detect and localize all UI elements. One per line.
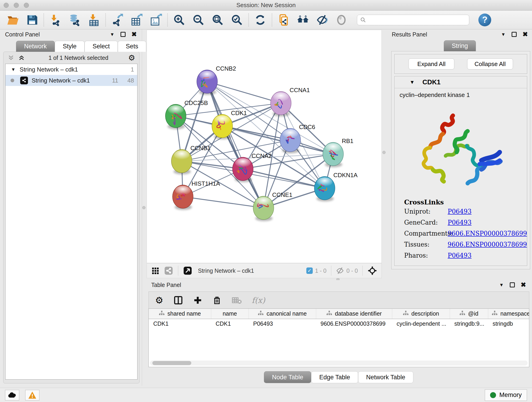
column-label: @id	[468, 310, 478, 317]
edge-CCNA2-CDKN1A[interactable]	[243, 169, 325, 188]
collapse-all-icon[interactable]	[7, 54, 14, 61]
export-table-icon[interactable]	[127, 13, 146, 27]
column-header-name[interactable]: name	[211, 309, 249, 319]
table-row[interactable]: CDK1CDK1P064939606.ENSP00000378699cyclin…	[149, 319, 529, 328]
tab-network[interactable]: Network	[16, 41, 55, 52]
warnings-button[interactable]	[25, 390, 39, 400]
network-view-canvas[interactable]: CCNB2CCNA1CDC25BCDK1CDC6RB1CCNB1CCNA2CDK…	[147, 30, 382, 263]
node-table[interactable]: shared namenamecanonical namedatabase id…	[148, 308, 529, 367]
panel-close-icon[interactable]: ✖	[132, 31, 137, 38]
import-network-database-icon[interactable]	[65, 13, 84, 27]
zoom-fit-icon[interactable]	[208, 13, 227, 27]
tab-node-table[interactable]: Node Table	[264, 371, 311, 383]
export-network-icon[interactable]	[108, 13, 127, 27]
panel-collapse-icon[interactable]: ▼	[501, 32, 506, 37]
collection-expander-icon[interactable]: ▼	[11, 67, 16, 72]
tab-edge-table[interactable]: Edge Table	[311, 371, 358, 383]
hide-selected-icon[interactable]	[312, 13, 332, 27]
table-horizontal-scrollbar[interactable]	[150, 361, 528, 366]
show-columns-icon[interactable]	[173, 295, 183, 305]
table-cell[interactable]: cyclin-dependent ...	[392, 319, 450, 328]
tab-network-table[interactable]: Network Table	[358, 371, 413, 383]
network-view-icon[interactable]	[164, 266, 173, 275]
expand-all-button[interactable]: Expand All	[409, 58, 454, 70]
node-CDK1[interactable]: CDK1	[212, 109, 247, 139]
panel-close-icon[interactable]: ✖	[521, 282, 526, 288]
node-CDKN1A[interactable]: CDKN1A	[314, 172, 358, 201]
string-home-icon[interactable]	[293, 13, 312, 27]
node-CCNB1[interactable]: CCNB1	[171, 145, 210, 174]
zoom-in-icon[interactable]	[170, 13, 189, 27]
panel-collapse-icon[interactable]: ▼	[110, 32, 114, 37]
zoom-out-icon[interactable]	[189, 13, 208, 27]
gear-icon[interactable]: ⚙	[128, 53, 135, 62]
string-network-graph[interactable]: CCNB2CCNA1CDC25BCDK1CDC6RB1CCNB1CCNA2CDK…	[147, 30, 381, 263]
panel-collapse-icon[interactable]: ▼	[499, 282, 504, 288]
cloud-status-button[interactable]	[5, 390, 19, 400]
crosslinks-section: CrossLinks Uniprot:P06493GeneCard:P06493…	[394, 197, 527, 259]
table-cell[interactable]: stringdb:9...	[450, 319, 488, 328]
table-cell[interactable]: stringdb	[488, 319, 529, 328]
crosslink-link[interactable]: P06493	[448, 219, 472, 226]
node-RB1[interactable]: RB1	[323, 138, 354, 167]
scrollbar-handle[interactable]	[152, 361, 191, 365]
edge-HIST1H1A-CCNE1[interactable]	[183, 197, 264, 208]
clone-network-icon[interactable]	[274, 13, 293, 27]
node-CDC6[interactable]: CDC6	[280, 123, 315, 153]
crosslink-link[interactable]: P06493	[448, 252, 472, 259]
add-column-icon[interactable]	[193, 296, 202, 305]
table-cell[interactable]: P06493	[249, 319, 316, 328]
save-session-icon[interactable]	[22, 13, 42, 27]
selected-checkbox-icon[interactable]: ✓	[306, 268, 313, 274]
table-cell[interactable]: CDK1	[149, 319, 211, 328]
export-image-icon[interactable]	[146, 13, 165, 27]
node-CCNE1[interactable]: CCNE1	[253, 191, 292, 221]
edge-CCNB2-CCNA1[interactable]	[207, 82, 281, 103]
apply-layout-icon[interactable]	[251, 13, 270, 27]
expand-all-icon[interactable]	[18, 54, 25, 61]
gene-card-expander-icon[interactable]: ▼	[410, 79, 415, 85]
panel-float-icon[interactable]	[510, 282, 515, 287]
table-cell[interactable]: CDK1	[211, 319, 249, 328]
birds-eye-view-icon[interactable]	[183, 266, 192, 275]
collapse-all-button[interactable]: Collapse All	[467, 58, 513, 70]
tab-string[interactable]: String	[444, 40, 476, 51]
grid-view-icon[interactable]	[152, 267, 160, 275]
right-splitter-handle[interactable]	[382, 151, 386, 154]
column-header-namespace[interactable]: namespace	[488, 309, 529, 319]
crosslink-link[interactable]: 9606.ENSP00000378699	[448, 241, 527, 248]
panel-float-icon[interactable]	[120, 32, 126, 37]
column-header-shared-name[interactable]: shared name	[149, 309, 211, 319]
table-settings-gear-icon[interactable]: ⚙	[155, 295, 163, 306]
search-box[interactable]	[357, 15, 469, 25]
zoom-selected-icon[interactable]	[227, 13, 247, 27]
panel-float-icon[interactable]	[512, 32, 517, 37]
show-all-icon[interactable]	[332, 13, 351, 27]
open-file-icon[interactable]	[3, 13, 22, 27]
tab-select[interactable]: Select	[85, 41, 118, 52]
delete-column-trash-icon[interactable]	[212, 296, 222, 305]
network-selection-status: 1 of 1 Network selected	[29, 55, 128, 61]
import-network-file-icon[interactable]	[46, 13, 65, 27]
panel-close-icon[interactable]: ✖	[523, 31, 528, 38]
network-row-selected[interactable]: String Network – cdk1 11 48	[6, 75, 137, 86]
edge-CCNB2-CCNE1[interactable]	[207, 82, 264, 208]
column-header--id[interactable]: @id	[450, 309, 488, 319]
import-table-icon[interactable]	[84, 13, 104, 27]
column-header-database-identifier[interactable]: database identifier	[316, 309, 392, 319]
node-HIST1H1A[interactable]: HIST1H1A	[172, 180, 220, 210]
table-cell[interactable]: 9606.ENSP00000378699	[316, 319, 392, 328]
fit-selected-crosshair-icon[interactable]	[368, 266, 377, 275]
crosslink-row: GeneCard:P06493	[404, 219, 527, 226]
left-splitter-handle[interactable]	[142, 206, 146, 209]
crosslink-link[interactable]: 9606.ENSP00000378699	[448, 230, 527, 237]
tab-style[interactable]: Style	[55, 41, 85, 52]
tab-sets[interactable]: Sets	[118, 41, 146, 52]
crosslink-link[interactable]: P06493	[448, 208, 472, 215]
memory-button[interactable]: Memory	[485, 389, 527, 401]
network-collection-row[interactable]: ▼ String Network – cdk1 1	[6, 64, 137, 75]
column-header-description[interactable]: description	[392, 309, 450, 319]
help-icon[interactable]: ?	[478, 13, 491, 26]
search-input[interactable]	[366, 17, 466, 23]
column-header-canonical-name[interactable]: canonical name	[249, 309, 316, 319]
